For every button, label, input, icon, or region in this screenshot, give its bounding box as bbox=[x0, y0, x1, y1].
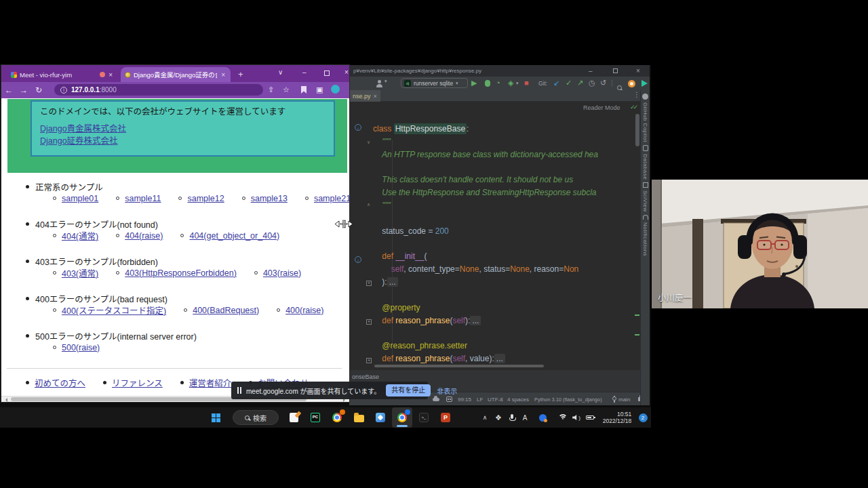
share-icon[interactable]: ⇧ bbox=[268, 85, 274, 94]
taskbar-chrome-active[interactable] bbox=[392, 407, 412, 428]
sample-link[interactable]: sample21 bbox=[314, 194, 349, 203]
git-update-icon[interactable]: ↙ bbox=[553, 79, 559, 87]
scroll-left-icon[interactable] bbox=[3, 398, 7, 402]
tool-window-button-github[interactable]: GitHub Copilot bbox=[642, 102, 648, 142]
tool-window-button-database[interactable]: Database bbox=[642, 154, 648, 180]
taskbar-search[interactable]: 検索 bbox=[233, 410, 279, 425]
sample-link[interactable]: 400(ステータスコード指定) bbox=[62, 304, 166, 317]
git-branch-name[interactable]: main bbox=[618, 396, 630, 403]
line-ending[interactable]: LF bbox=[477, 396, 483, 403]
sample-link[interactable]: sample01 bbox=[62, 194, 98, 203]
company-link[interactable]: Django貴金属株式会社 bbox=[40, 121, 126, 134]
sample-link[interactable]: 403(HttpResponseForbidden) bbox=[125, 268, 237, 278]
footer-link[interactable]: リファレンス bbox=[112, 376, 163, 389]
git-push-icon[interactable]: ↗ bbox=[577, 79, 583, 87]
notification-badge[interactable]: 2 bbox=[636, 407, 650, 428]
sample-link[interactable]: 403(通常) bbox=[62, 266, 98, 279]
editor-tab-response[interactable]: nse.py × bbox=[349, 90, 380, 102]
dropbox-icon[interactable]: ❖ bbox=[492, 407, 505, 428]
meet-call-icon[interactable] bbox=[536, 407, 549, 428]
coverage-button[interactable]: ◔ bbox=[496, 79, 500, 87]
taskbar-chrome-profile1[interactable] bbox=[327, 407, 347, 428]
back-icon[interactable]: ← bbox=[1, 85, 16, 95]
editor-vscroll-thumb[interactable] bbox=[635, 114, 639, 146]
tab-close-icon[interactable]: × bbox=[107, 71, 114, 79]
more-options-icon[interactable]: ⋮ bbox=[633, 91, 640, 98]
tool-window-button-bell[interactable]: Notifications bbox=[642, 222, 648, 256]
close-button[interactable]: × bbox=[344, 68, 349, 76]
overridden-marker-icon[interactable]: ↓ bbox=[355, 124, 361, 131]
sample-link[interactable]: 403(raise) bbox=[263, 268, 301, 278]
debug-button[interactable] bbox=[485, 80, 490, 87]
sample-link[interactable]: sample11 bbox=[125, 194, 161, 203]
overridden-marker-icon[interactable]: ↓ bbox=[355, 256, 361, 263]
fold-expand-icon[interactable]: + bbox=[366, 358, 372, 363]
tab-search-chevron-icon[interactable]: ∨ bbox=[278, 68, 283, 76]
sample-link[interactable]: 500(raise) bbox=[62, 343, 100, 352]
github-icon[interactable] bbox=[642, 94, 648, 100]
sample-link[interactable]: 404(get_object_or_404) bbox=[189, 231, 279, 241]
interpreter[interactable]: Python 3.10 (flask_to_django) bbox=[534, 396, 602, 403]
wifi-icon[interactable] bbox=[556, 407, 570, 428]
fold-expand-icon[interactable]: + bbox=[366, 319, 372, 325]
tab-django-site[interactable]: Django貴金属/Django証券の合同 × bbox=[121, 67, 231, 82]
microphone-icon[interactable] bbox=[506, 407, 518, 428]
git-commit-icon[interactable]: ✓ bbox=[566, 79, 572, 87]
tab-meet[interactable]: Meet - vio-rfur-yim × bbox=[7, 67, 118, 82]
new-tab-button[interactable]: + bbox=[238, 69, 243, 79]
bell-icon[interactable] bbox=[643, 215, 648, 220]
code-editor[interactable]: Reader Mode ✓✓ class HttpResponseBase: "… bbox=[349, 102, 640, 370]
volume-icon[interactable]: ) bbox=[570, 407, 583, 428]
history-icon[interactable]: ◷ bbox=[589, 79, 595, 87]
search-everywhere-icon[interactable] bbox=[617, 85, 622, 90]
forward-icon[interactable]: → bbox=[16, 85, 31, 95]
taskbar-terminal[interactable]: >_ bbox=[414, 407, 434, 428]
battery-icon[interactable] bbox=[583, 407, 597, 428]
taskbar-notepad[interactable] bbox=[283, 407, 304, 428]
sample-link[interactable]: 404(raise) bbox=[125, 231, 163, 241]
address-bar[interactable]: i 127.0.0.1 :8000 bbox=[54, 84, 263, 96]
maximize-button[interactable] bbox=[324, 70, 330, 76]
tab-close-icon[interactable]: × bbox=[220, 71, 226, 79]
fold-end-icon[interactable]: ∧ bbox=[367, 202, 370, 207]
run-button[interactable]: ▶ bbox=[471, 79, 477, 87]
copilot-status-icon[interactable] bbox=[446, 396, 452, 402]
footer-link[interactable]: 運営者紹介 bbox=[189, 376, 232, 389]
editor-hscroll-thumb[interactable] bbox=[374, 365, 544, 367]
run-config-selector[interactable]: dj runserver sqlite ▾ bbox=[401, 78, 468, 88]
taskbar-powerpoint[interactable]: P bbox=[435, 407, 456, 428]
minimize-button[interactable]: – bbox=[302, 68, 307, 76]
sample-link[interactable]: 400(raise) bbox=[285, 306, 323, 315]
footer-link[interactable]: 初めての方へ bbox=[35, 376, 85, 389]
profile-avatar[interactable] bbox=[331, 85, 340, 94]
site-info-icon[interactable]: i bbox=[60, 87, 67, 94]
indent-setting[interactable]: 4 spaces bbox=[507, 396, 529, 403]
whats-new-icon[interactable] bbox=[642, 80, 648, 87]
rollback-icon[interactable]: ↺ bbox=[600, 79, 606, 87]
chevron-down-icon[interactable]: ▾ bbox=[516, 81, 519, 86]
file-encoding[interactable]: UTF-8 bbox=[488, 396, 503, 403]
minimize-button[interactable]: – bbox=[589, 65, 593, 77]
hide-toast-button[interactable]: 非表示 bbox=[437, 386, 457, 396]
taskbar-explorer[interactable] bbox=[349, 407, 369, 428]
company-link[interactable]: Django証券株式会社 bbox=[40, 134, 118, 146]
sample-link[interactable]: sample13 bbox=[251, 194, 288, 203]
database-icon[interactable] bbox=[643, 145, 648, 151]
stop-button[interactable]: ■ bbox=[524, 79, 529, 87]
sample-link[interactable]: sample12 bbox=[187, 194, 224, 203]
reload-icon[interactable]: ↻ bbox=[31, 85, 46, 95]
sample-link[interactable]: 404(通常) bbox=[62, 229, 98, 242]
taskbar-pycharm[interactable]: PC bbox=[305, 407, 326, 428]
tab-close-icon[interactable]: × bbox=[374, 93, 377, 100]
inspections-ok-icon[interactable]: ✓✓ bbox=[630, 104, 636, 110]
side-panel-icon[interactable]: ▣ bbox=[316, 85, 323, 94]
extensions-icon[interactable] bbox=[301, 86, 307, 94]
code-with-me-icon[interactable] bbox=[628, 80, 635, 87]
sciview-icon[interactable] bbox=[643, 182, 648, 188]
bookmark-star-icon[interactable]: ☆ bbox=[283, 85, 290, 94]
fold-start-icon[interactable]: ∨ bbox=[367, 140, 370, 145]
fold-expand-icon[interactable]: + bbox=[366, 281, 372, 286]
profiler-button[interactable]: ◈ bbox=[508, 79, 513, 87]
tray-expand[interactable]: ∧ bbox=[479, 407, 491, 428]
clock[interactable]: 10:51 2022/12/18 bbox=[599, 407, 635, 428]
